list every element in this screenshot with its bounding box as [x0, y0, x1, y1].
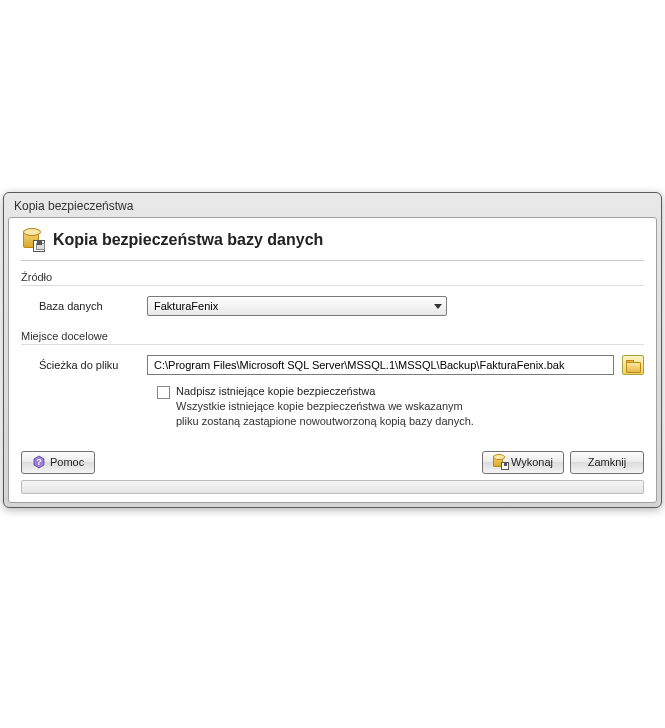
- file-path-input[interactable]: C:\Program Files\Microsoft SQL Server\MS…: [147, 355, 614, 375]
- destination-group-title: Miejsce docelowe: [21, 330, 644, 345]
- save-database-icon: [493, 455, 507, 469]
- window-title: Kopia bezpieczeństwa: [8, 197, 657, 217]
- overwrite-checkbox[interactable]: [157, 386, 170, 399]
- source-group: Źródło Baza danych FakturaFenix: [21, 271, 644, 320]
- help-icon: ?: [32, 455, 46, 469]
- dialog-title: Kopia bezpieczeństwa bazy danych: [53, 231, 323, 249]
- backup-dialog-window: Kopia bezpieczeństwa Kopia bezpieczeństw…: [3, 192, 662, 508]
- help-button[interactable]: ? Pomoc: [21, 451, 95, 474]
- database-combobox[interactable]: FakturaFenix: [147, 296, 447, 316]
- svg-text:?: ?: [36, 457, 42, 467]
- status-bar: [21, 480, 644, 494]
- overwrite-text-block: Nadpisz istniejące kopie bezpieczeństwa …: [176, 385, 474, 429]
- database-label: Baza danych: [39, 300, 139, 312]
- execute-button-label: Wykonaj: [511, 456, 553, 468]
- chevron-down-icon: [434, 304, 442, 309]
- dialog-header: Kopia bezpieczeństwa bazy danych: [21, 228, 644, 261]
- overwrite-checkbox-label: Nadpisz istniejące kopie bezpieczeństwa: [176, 385, 474, 397]
- folder-icon: [626, 360, 640, 371]
- overwrite-description: Wszystkie istniejące kopie bezpieczeństw…: [176, 399, 474, 429]
- database-backup-icon: [21, 228, 45, 252]
- source-group-title: Źródło: [21, 271, 644, 286]
- browse-button[interactable]: [622, 355, 644, 375]
- dialog-button-row: ? Pomoc Wykonaj Zamknij: [21, 451, 644, 474]
- database-combobox-value: FakturaFenix: [154, 300, 218, 312]
- destination-group: Miejsce docelowe Ścieżka do pliku C:\Pro…: [21, 330, 644, 429]
- close-button-label: Zamknij: [588, 456, 627, 468]
- execute-button[interactable]: Wykonaj: [482, 451, 564, 474]
- help-button-label: Pomoc: [50, 456, 84, 468]
- close-button[interactable]: Zamknij: [570, 451, 644, 474]
- dialog-client-area: Kopia bezpieczeństwa bazy danych Źródło …: [8, 217, 657, 503]
- path-label: Ścieżka do pliku: [39, 359, 139, 371]
